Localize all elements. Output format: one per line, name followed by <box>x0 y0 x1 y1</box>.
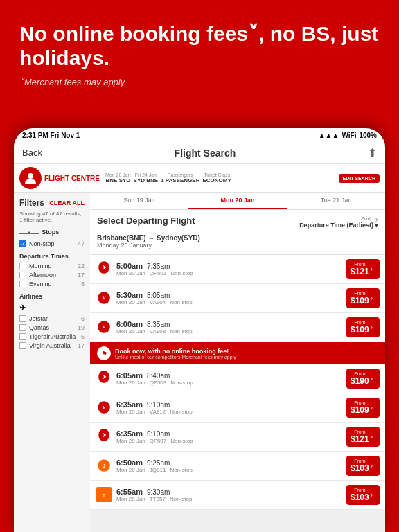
price-button[interactable]: From $109 › <box>346 288 380 308</box>
evening-row[interactable]: Evening 8 <box>19 281 85 287</box>
flight-times: 6:35am 9:10am Mon 20 Jan QF507 Non-stop <box>116 429 342 444</box>
clear-all-button[interactable]: CLEAR ALL <box>49 200 85 206</box>
status-time: 2:31 PM Fri Nov 1 <box>22 132 80 139</box>
airline-row[interactable]: Virgin Australia 17 <box>19 342 85 349</box>
promo-text: Book now, with no online booking fee! <box>115 348 236 355</box>
banner-subtitle: ˅Merchant fees may apply <box>19 77 380 87</box>
stops-section: —•— Stops ✓ Non-stop 47 <box>19 229 85 247</box>
promo-text-block: Book now, with no online booking fee! Un… <box>115 348 236 360</box>
flight-times: 6:55am 9:30am Mon 20 Jan TT357 Non-stop <box>116 488 342 502</box>
flight-stop: Non-stop <box>170 328 192 335</box>
flight-times: 6:50am 9:25am Mon 20 Jan JQ811 Non-stop <box>116 459 342 473</box>
flight-row[interactable]: 6:05am 8:40am Mon 20 Jan QF503 Non-stop … <box>90 364 385 393</box>
price-from-label: From <box>351 429 369 434</box>
morning-row[interactable]: Morning 22 <box>19 263 85 269</box>
afternoon-row[interactable]: Afternoon 17 <box>19 272 85 278</box>
time-row: 6:55am 9:30am <box>116 488 342 496</box>
fc-name: FLIGHT CENTRE <box>44 175 100 182</box>
flight-row[interactable]: V 5:30am 8:05am Mon 20 Jan VA904 Non-sto… <box>90 284 385 313</box>
flight-times: 6:35am 9:10am Mon 20 Jan VA912 Non-stop <box>116 400 342 415</box>
flight-row[interactable]: 6:35am 9:10am Mon 20 Jan QF507 Non-stop … <box>90 423 385 452</box>
flight-times: 6:00am 8:35am Mon 20 Jan VA908 Non-stop <box>116 320 342 335</box>
sort-dropdown[interactable]: Sort by Departure Time (Earliest) ▾ <box>299 215 378 229</box>
nonstop-row[interactable]: ✓ Non-stop 47 <box>19 240 85 247</box>
price-button[interactable]: From $190 › <box>346 369 380 389</box>
depart-time: 6:50am <box>116 459 143 467</box>
flight-row[interactable]: T 6:55am 9:30am Mon 20 Jan TT357 Non-sto… <box>90 481 385 510</box>
back-button[interactable]: Back <box>22 148 42 158</box>
share-button[interactable]: ⬆ <box>368 146 377 159</box>
airline-row[interactable]: Jetstar 6 <box>19 315 85 322</box>
airline-row[interactable]: Qantas 19 <box>19 324 85 331</box>
airline-checkbox[interactable] <box>19 342 26 349</box>
depart-time: 5:00am <box>116 262 143 270</box>
nonstop-checkbox[interactable]: ✓ <box>19 240 26 247</box>
meta-row: Mon 20 Jan VA908 Non-stop <box>116 328 342 335</box>
price-button[interactable]: From $121 › <box>346 259 380 279</box>
sort-value[interactable]: Departure Time (Earliest) ▾ <box>299 222 378 229</box>
afternoon-checkbox[interactable] <box>19 272 26 278</box>
tab-mon[interactable]: Mon 20 Jan <box>188 193 287 209</box>
airline-row[interactable]: Tigerair Australia 5 <box>19 333 85 340</box>
price-button[interactable]: From $103 › <box>346 456 380 476</box>
price-block: From $103 <box>351 459 369 473</box>
chevron-down-icon: ▾ <box>375 222 378 229</box>
select-title: Select Departing Flight <box>97 215 195 226</box>
arrive-date: Mon 20 Jan <box>116 409 145 415</box>
arrive-time: 9:25am <box>147 459 170 467</box>
price-button[interactable]: From $109 › <box>346 398 380 418</box>
select-heading: Select Departing Flight Sort by Departur… <box>90 210 385 231</box>
main-content: Filters CLEAR ALL Showing 47 of 47 resul… <box>14 193 385 532</box>
evening-checkbox[interactable] <box>19 281 26 287</box>
airline-logo: T <box>96 487 112 504</box>
depart-time: 6:00am <box>116 320 143 328</box>
meta-row: Mon 20 Jan TT357 Non-stop <box>116 496 342 502</box>
price-amount: $103 <box>351 493 369 502</box>
price-from-label: From <box>351 291 369 296</box>
showing-text: Showing 47 of 47 results, 1 filter activ… <box>19 211 85 223</box>
price-amount: $121 <box>351 267 369 276</box>
time-row: 6:50am 9:25am <box>116 459 342 467</box>
flight-times: 5:30am 8:05am Mon 20 Jan VA904 Non-stop <box>116 291 342 305</box>
tab-tue[interactable]: Tue 21 Jan <box>287 193 385 209</box>
airline-logo <box>96 429 112 445</box>
time-row: 6:00am 8:35am <box>116 320 342 328</box>
depart-time: 6:55am <box>116 488 143 496</box>
flight-row[interactable]: J 6:50am 9:25am Mon 20 Jan JQ811 Non-sto… <box>90 452 385 481</box>
flight-row[interactable]: V 6:35am 9:10am Mon 20 Jan VA912 Non-sto… <box>90 393 385 423</box>
airline-checkbox[interactable] <box>19 324 26 331</box>
jetstar-logo: J <box>96 458 112 474</box>
airline-checkbox[interactable] <box>19 333 26 340</box>
flight-num: VA904 <box>150 299 166 305</box>
flight-row[interactable]: V 6:00am 8:35am Mon 20 Jan VA908 Non-sto… <box>90 313 385 342</box>
price-button[interactable]: From $121 › <box>346 427 380 447</box>
arrive-time: 9:30am <box>147 488 170 496</box>
chevron-right-icon: › <box>371 491 373 499</box>
price-block: From $190 <box>351 371 369 386</box>
price-amount: $109 <box>351 405 369 415</box>
price-from-label: From <box>351 459 369 463</box>
flight-times: 6:05am 8:40am Mon 20 Jan QF503 Non-stop <box>116 371 342 386</box>
airline-logo: V <box>96 319 112 336</box>
arrive-date: Mon 20 Jan <box>116 328 145 335</box>
airline-logo <box>96 371 112 387</box>
airline-checkbox[interactable] <box>19 315 26 322</box>
price-amount: $121 <box>351 434 369 444</box>
avatar <box>19 167 42 189</box>
edit-search-button[interactable]: EDIT SEARCH <box>339 174 380 183</box>
flight-row[interactable]: 5:00am 7:35am Mon 20 Jan QF501 Non-stop … <box>90 255 385 284</box>
depart-time: 6:05am <box>116 371 143 380</box>
arrive-time: 8:40am <box>147 372 170 380</box>
tab-sun[interactable]: Sun 19 Jan <box>90 193 188 209</box>
meta-row: Mon 20 Jan QF501 Non-stop <box>116 270 342 276</box>
morning-checkbox[interactable] <box>19 263 26 269</box>
right-panel: Sun 19 Jan Mon 20 Jan Tue 21 Jan Select … <box>90 193 385 532</box>
price-button[interactable]: From $103 › <box>346 485 380 505</box>
status-right: ▲▲▲ WiFi 100% <box>319 132 377 139</box>
arrive-date: Mon 20 Jan <box>116 496 145 502</box>
plane-icon: ✈ <box>19 303 26 312</box>
price-amount: $103 <box>351 463 369 473</box>
price-amount: $109 <box>351 296 369 305</box>
price-amount: $190 <box>351 376 369 386</box>
price-button[interactable]: From $109 › <box>346 317 380 337</box>
